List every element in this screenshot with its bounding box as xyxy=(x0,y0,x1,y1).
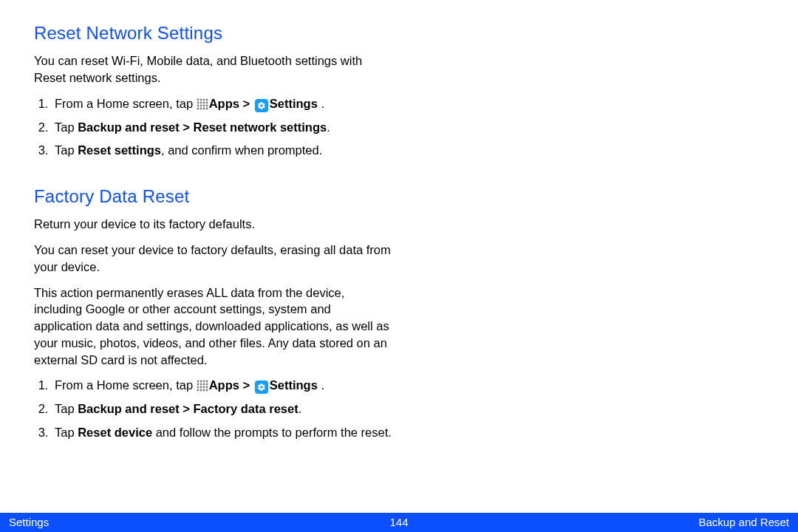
footer-page-number: 144 xyxy=(389,515,408,531)
step-text: . xyxy=(318,378,324,392)
svg-point-13 xyxy=(200,107,202,109)
svg-point-7 xyxy=(205,101,208,103)
step-bold: Backup and reset > Reset network setting… xyxy=(78,120,327,134)
step-bold: Reset settings xyxy=(78,143,161,157)
step-item: Tap Backup and reset > Factory data rese… xyxy=(52,400,392,417)
svg-point-10 xyxy=(202,104,205,106)
step-text: , and confirm when prompted. xyxy=(161,143,322,157)
step-item: Tap Backup and reset > Reset network set… xyxy=(52,119,392,136)
step-text: . xyxy=(327,120,330,134)
svg-point-31 xyxy=(205,389,208,392)
step-item: From a Home screen, tap Apps > Settings … xyxy=(52,377,392,394)
settings-icon xyxy=(255,381,268,394)
svg-point-22 xyxy=(202,383,205,386)
content-column: Reset Network Settings You can reset Wi-… xyxy=(0,21,392,441)
svg-point-4 xyxy=(197,101,199,103)
svg-point-1 xyxy=(200,98,202,100)
footer-bar: Settings 144 Backup and Reset xyxy=(0,513,798,532)
svg-point-15 xyxy=(205,107,208,109)
svg-point-9 xyxy=(200,104,202,106)
svg-point-14 xyxy=(202,107,205,109)
step-text: From a Home screen, tap xyxy=(55,97,197,110)
para-factory-3: This action permanently erases ALL data … xyxy=(34,284,392,369)
steps-reset-network: From a Home screen, tap Apps > Settings … xyxy=(52,95,392,160)
para-factory-2: You can reset your device to factory def… xyxy=(34,242,392,276)
svg-point-16 xyxy=(197,381,199,383)
svg-point-5 xyxy=(200,101,202,103)
footer-right: Backup and Reset xyxy=(409,515,789,531)
step-text: From a Home screen, tap xyxy=(55,378,197,392)
settings-icon xyxy=(255,99,268,112)
svg-point-21 xyxy=(200,383,202,386)
apps-icon xyxy=(197,380,208,392)
step-item: Tap Reset device and follow the prompts … xyxy=(52,424,392,441)
svg-point-18 xyxy=(202,381,205,383)
svg-point-30 xyxy=(202,389,205,392)
heading-reset-network: Reset Network Settings xyxy=(34,21,392,45)
step-item: Tap Reset settings, and confirm when pro… xyxy=(52,142,392,159)
para-factory-1: Return your device to its factory defaul… xyxy=(34,216,392,233)
svg-point-12 xyxy=(197,107,199,109)
settings-label: Settings xyxy=(270,378,318,392)
heading-factory-reset: Factory Data Reset xyxy=(34,184,392,208)
page-content: Reset Network Settings You can reset Wi-… xyxy=(0,0,798,441)
steps-factory-reset: From a Home screen, tap Apps > Settings … xyxy=(52,377,392,441)
svg-point-11 xyxy=(205,104,208,106)
apps-icon xyxy=(197,98,208,110)
svg-point-25 xyxy=(200,386,202,389)
svg-point-27 xyxy=(205,386,208,389)
step-bold: Backup and reset > Factory data reset xyxy=(78,402,299,415)
step-text: Tap xyxy=(55,402,78,415)
svg-point-0 xyxy=(197,98,199,100)
svg-point-29 xyxy=(200,389,202,392)
step-bold: Reset device xyxy=(78,426,152,439)
apps-label: Apps > xyxy=(209,97,253,110)
step-text: Tap xyxy=(55,426,78,439)
step-text: . xyxy=(318,97,324,110)
svg-point-23 xyxy=(205,383,208,386)
step-item: From a Home screen, tap Apps > Settings … xyxy=(52,95,392,112)
svg-point-3 xyxy=(205,98,208,100)
step-text: Tap xyxy=(55,143,78,157)
intro-reset-network: You can reset Wi-Fi, Mobile data, and Bl… xyxy=(34,52,392,86)
settings-label: Settings xyxy=(270,97,318,110)
svg-point-24 xyxy=(197,386,199,389)
apps-label: Apps > xyxy=(209,378,253,392)
svg-point-19 xyxy=(205,381,208,383)
svg-point-20 xyxy=(197,383,199,386)
svg-point-6 xyxy=(202,101,205,103)
svg-point-28 xyxy=(197,389,199,392)
svg-point-17 xyxy=(200,381,202,383)
svg-point-2 xyxy=(202,98,205,100)
footer-left: Settings xyxy=(9,515,389,531)
step-text: . xyxy=(299,402,302,415)
svg-point-8 xyxy=(197,104,199,106)
step-text: Tap xyxy=(55,120,78,134)
step-text: and follow the prompts to perform the re… xyxy=(152,426,392,439)
svg-point-26 xyxy=(202,386,205,389)
